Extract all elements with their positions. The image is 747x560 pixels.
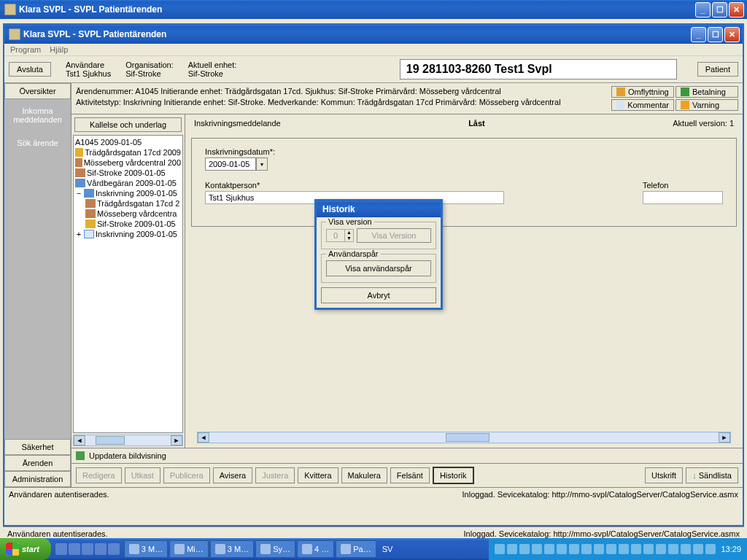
taskbar-item[interactable]: 4 … [297,540,334,558]
tray-icon[interactable] [557,544,567,554]
close-icon[interactable]: ✕ [729,2,744,18]
date-dropdown-icon[interactable]: ▾ [256,158,268,171]
tray-icon[interactable] [594,544,604,554]
tray-icon[interactable] [668,544,678,554]
version-spinner[interactable]: ▲▼ [326,229,354,242]
tray-icon[interactable] [532,544,542,554]
telefon-input[interactable] [643,191,723,204]
makulera-button[interactable]: Makulera [341,467,387,483]
publicera-button[interactable]: Publicera [163,467,210,483]
case-tree[interactable]: A1045 2009-01-05 Trädgårdsgatan 17cd 200… [73,135,183,433]
tree-item[interactable]: Trädgårdsgatan 17cd 2 [75,198,181,209]
lang-indicator[interactable]: SV [382,545,393,553]
uppdatera-link[interactable]: Uppdatera bildvisning [89,451,166,460]
version-spin-input[interactable] [327,230,344,241]
utkast-button[interactable]: Utkast [125,467,160,483]
scroll-left-icon[interactable]: ◄ [74,435,85,446]
nav-sok[interactable]: Sök ärende [4,131,71,155]
avsluta-button[interactable]: Avsluta [9,62,51,77]
nav-sakerhet[interactable]: Säkerhet [4,439,71,455]
tray-icon[interactable] [693,544,703,554]
tree-hscroll[interactable]: ◄ ► [73,435,183,446]
kommentar-button[interactable]: Kommentar [611,99,674,111]
tree-root[interactable]: A1045 2009-01-05 [75,137,181,147]
close-icon[interactable]: ✕ [724,27,740,42]
nav-inkomna[interactable]: Inkomna meddelanden [4,99,71,131]
spin-down-icon[interactable]: ▼ [344,236,353,241]
tray-icon[interactable] [606,544,616,554]
ql-icon[interactable] [55,543,67,555]
scroll-thumb[interactable] [446,433,489,442]
menu-hjalp[interactable]: Hjälp [50,45,68,54]
tray-icon[interactable] [495,544,505,554]
tree-item[interactable]: −Inskrivning 2009-01-05 [75,188,181,198]
ql-icon[interactable] [82,543,93,555]
avisera-button[interactable]: Avisera [213,467,252,483]
tray-icon[interactable] [519,544,530,554]
tray-icon[interactable] [569,544,579,554]
omflyttning-button[interactable]: Omflyttning [611,86,674,98]
form-hscroll[interactable]: ◄ ► [197,432,731,443]
tree-item[interactable]: Sif-Stroke 2009-01-05 [75,168,181,178]
start-button[interactable]: start [0,538,51,560]
tray-icon[interactable] [619,544,629,554]
nav-oversikter[interactable]: Översikter [4,83,71,99]
redigera-button[interactable]: Redigera [76,467,122,483]
ql-icon[interactable] [108,543,120,555]
clock[interactable]: 13:29 [721,545,741,553]
maximize-icon[interactable]: ☐ [708,27,723,42]
taskbar-item[interactable]: Pa… [336,540,376,558]
visa-anvandarspar-button[interactable]: Visa användarspår [326,260,431,276]
ql-icon[interactable] [95,543,107,555]
varning-button[interactable]: Varning [676,99,738,111]
patient-button[interactable]: Patient [697,62,738,77]
taskbar-item[interactable]: Mi… [169,540,209,558]
outer-titlebar[interactable]: Klara SVPL - SVPL Patientärenden _ ☐ ✕ [0,0,747,19]
tray-icon[interactable] [544,544,554,554]
sandlista-button[interactable]: ↓ Sändlista [686,467,738,483]
historik-button[interactable]: Historik [433,467,474,484]
scroll-thumb[interactable] [96,436,125,445]
taskbar-item[interactable]: Sy… [255,540,295,558]
tray-icon[interactable] [656,544,666,554]
minimize-icon[interactable]: _ [691,27,706,42]
tree-item[interactable]: Sif-Stroke 2009-01-05 [75,219,181,229]
inner-titlebar[interactable]: Klara SVPL - SVPL Patientärenden _ ☐ ✕ [4,25,743,44]
tray-icon[interactable] [643,544,654,554]
visa-version-group: Visa version ▲▼ Visa Version [321,222,436,249]
taskbar-item[interactable]: 3 M… [124,540,168,558]
ql-icon[interactable] [69,543,80,555]
org-value: Sif-Stroke [125,69,173,78]
tray-icon[interactable] [631,544,641,554]
tree-item[interactable]: Mösseberg vårdcentral 200 [75,158,181,168]
utskrift-button[interactable]: Utskrift [645,467,683,483]
nav-admin[interactable]: Administration [4,471,71,487]
tree-item[interactable]: Trädgårdsgatan 17cd 2009 [75,147,181,158]
justera-button[interactable]: Justera [255,467,295,483]
visa-version-button[interactable]: Visa Version [357,228,431,243]
scroll-right-icon[interactable]: ► [719,432,730,443]
nav-arenden[interactable]: Ärenden [4,455,71,471]
dialog-titlebar[interactable]: Historik [317,201,441,217]
minimize-icon[interactable]: _ [695,2,711,18]
scroll-right-icon[interactable]: ► [171,435,182,446]
tray-icon[interactable] [705,544,716,554]
kallelse-button[interactable]: Kallelse och underlag [74,117,182,132]
person-icon [85,199,96,208]
betalning-button[interactable]: Betalning [676,86,738,98]
insk-date-input[interactable]: 2009-01-05 [205,158,256,171]
tree-item[interactable]: +Inskrivning 2009-01-05 [75,229,181,239]
avbryt-button[interactable]: Avbryt [321,287,436,303]
tree-item[interactable]: Vårdbegäran 2009-01-05 [75,178,181,188]
tray-icon[interactable] [681,544,691,554]
maximize-icon[interactable]: ☐ [712,2,727,18]
tree-item[interactable]: Mösseberg vårdcentra [75,209,181,219]
felsant-button[interactable]: Felsänt [390,467,430,483]
kvittera-button[interactable]: Kvittera [298,467,338,483]
spin-up-icon[interactable]: ▲ [344,230,353,236]
taskbar-item[interactable]: 3 M… [210,540,254,558]
tray-icon[interactable] [581,544,592,554]
scroll-left-icon[interactable]: ◄ [198,432,209,443]
tray-icon[interactable] [507,544,517,554]
menu-program[interactable]: Program [10,45,41,54]
